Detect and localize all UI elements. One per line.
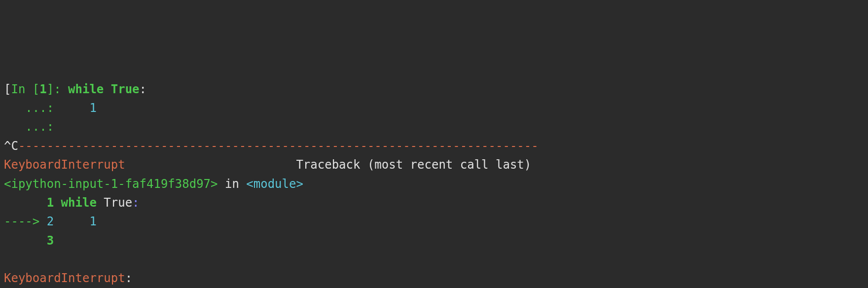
- prompt-number: 1: [39, 82, 46, 96]
- ctrl-c-marker: ^C: [4, 139, 18, 153]
- keyword-while: while: [68, 82, 104, 96]
- colon: :: [132, 196, 139, 210]
- spacer: [125, 158, 296, 172]
- module-reference: <module>: [246, 177, 303, 191]
- traceback-location: <ipython-input-1-faf419f38d97> in <modul…: [4, 175, 868, 193]
- input-reference: <ipython-input-1-faf419f38d97>: [4, 177, 217, 191]
- separator-dashes: ----------------------------------------…: [18, 139, 539, 153]
- error-name: KeyboardInterrupt: [4, 271, 125, 285]
- traceback-code-line-1: 1 while True:: [4, 193, 868, 212]
- error-summary: KeyboardInterrupt:: [4, 269, 868, 288]
- in-keyword: in: [217, 177, 246, 191]
- error-colon: :: [125, 271, 140, 285]
- blank-line: [4, 250, 868, 269]
- terminal-output[interactable]: [In [1]: while True: ...: 1 ...: ^C-----…: [4, 80, 868, 288]
- input-prompt-1: [In [1]: while True:: [4, 80, 868, 99]
- prompt-close: ]:: [47, 82, 68, 96]
- bracket: [: [4, 82, 11, 96]
- continuation-prefix: ...:: [4, 101, 61, 115]
- line-number: 1: [47, 196, 54, 210]
- traceback-header: KeyboardInterrupt Traceback (most recent…: [4, 155, 868, 174]
- continuation-line-1: ...: 1: [4, 99, 868, 117]
- keyword-true: True: [104, 82, 139, 96]
- indent: [4, 196, 47, 210]
- literal-value: 1: [61, 101, 97, 115]
- continuation-line-2: ...:: [4, 117, 868, 136]
- error-name: KeyboardInterrupt: [4, 158, 125, 172]
- line-number: 2: [47, 215, 54, 228]
- keyword-true: True: [97, 196, 132, 210]
- continuation-prefix: ...:: [4, 120, 61, 134]
- keyword-while: while: [54, 196, 97, 210]
- in-label: In [: [11, 82, 39, 96]
- arrow-marker: ---->: [4, 215, 47, 228]
- traceback-code-line-2: ----> 2 1: [4, 212, 868, 231]
- traceback-label: Traceback (most recent call last): [296, 158, 531, 172]
- colon: :: [140, 82, 146, 96]
- interrupt-line: ^C--------------------------------------…: [4, 137, 868, 155]
- literal-value: 1: [54, 215, 97, 228]
- traceback-code-line-3: 3: [4, 231, 868, 250]
- line-number: 3: [47, 234, 54, 248]
- indent: [4, 234, 47, 248]
